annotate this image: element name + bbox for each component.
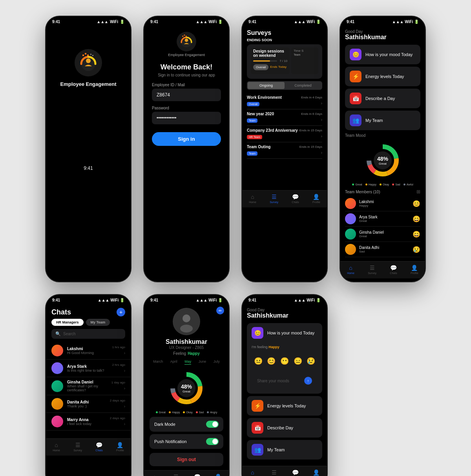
signout-button[interactable]: Sign out bbox=[150, 453, 223, 466]
month-tabs: March April May June July bbox=[150, 360, 223, 365]
pn-chats[interactable]: 💬 Chats bbox=[194, 474, 201, 476]
chat-row-2[interactable]: Arya Stark Is this right time to talk? 2… bbox=[46, 360, 131, 377]
employee-label: Employee ID / Mail bbox=[152, 83, 221, 87]
dash-nav-chats[interactable]: 💬 Chats bbox=[390, 265, 397, 274]
chat-search-box[interactable]: 🔍 Search bbox=[51, 329, 125, 339]
chats-nav-survey[interactable]: ☰ Survey bbox=[73, 442, 82, 452]
pn-survey-icon: ☰ bbox=[173, 474, 179, 476]
mood-emoji-sad[interactable]: 😢 bbox=[307, 357, 315, 365]
edit-profile-button[interactable]: ✏ bbox=[216, 307, 224, 314]
cn-chats-icon: 💬 bbox=[96, 442, 102, 448]
send-button[interactable]: ↑ bbox=[304, 377, 312, 385]
member-row-4[interactable]: Danita Adhi Sad 😢 bbox=[345, 242, 420, 257]
home-energy-card[interactable]: ⚡ Energy levels Today bbox=[247, 396, 322, 416]
mood-emoji-expressionless[interactable]: 😑 bbox=[294, 357, 302, 365]
pn-home[interactable]: ⌂ Home bbox=[151, 474, 158, 476]
mood-emoji-happy[interactable]: 😊 bbox=[267, 357, 276, 365]
ongoing-tab[interactable]: Ongoing bbox=[248, 82, 285, 89]
splash-screen: 9:41 ▲▲▲ WiFi 🔋 bbox=[45, 16, 131, 282]
nav-chats[interactable]: 💬 Chats bbox=[292, 194, 299, 203]
svg-point-21 bbox=[183, 314, 190, 322]
hr-managers-tab[interactable]: HR Managers bbox=[51, 319, 84, 326]
chat-row-1[interactable]: Lakshmi Hi Good Morning 1 hrs ago › bbox=[46, 342, 131, 360]
menu-energy[interactable]: ⚡ Energy levels Today bbox=[345, 67, 420, 86]
survey-row-3[interactable]: Company 23rd Anniversary HR Team Ends in… bbox=[247, 126, 322, 142]
team-mood-donut: 48% Great bbox=[345, 141, 420, 180]
home-describe-card[interactable]: 📅 Describe Day bbox=[247, 418, 322, 438]
search-placeholder: Search bbox=[63, 332, 76, 336]
chat-row-3[interactable]: Ginsha Daniel When shall I get my certif… bbox=[46, 377, 131, 395]
hm-nav-survey[interactable]: ☰ Survey bbox=[270, 469, 278, 476]
chats-nav-home[interactable]: ⌂ Home bbox=[53, 442, 60, 452]
chat-avatar-1 bbox=[51, 345, 63, 356]
my-team-tab[interactable]: My Team bbox=[86, 319, 110, 326]
mood-emoji-row: 😐 😊 😶 😑 😢 bbox=[252, 357, 318, 365]
donut-percent: 48% bbox=[377, 156, 388, 162]
survey-row-4[interactable]: Team Outing Team Ends in 15 Days › bbox=[247, 142, 322, 159]
donut-word: Great bbox=[377, 162, 388, 165]
im-feeling-text: I'm feeling Happy bbox=[252, 345, 318, 349]
chat-avatar-2 bbox=[51, 362, 63, 374]
mood-legend: Great Happy Okay Sad Awful bbox=[345, 183, 420, 186]
chats-title: Chats bbox=[51, 308, 71, 316]
svg-rect-4 bbox=[85, 53, 86, 55]
password-input[interactable] bbox=[152, 112, 221, 124]
employee-input[interactable] bbox=[152, 89, 221, 101]
mood-emoji-blank[interactable]: 😶 bbox=[280, 357, 289, 365]
ends-today: Ends Today bbox=[270, 65, 287, 70]
survey-row-1[interactable]: Work Environment Overall Ends in 4 Days … bbox=[247, 93, 322, 109]
share-input-box[interactable]: Share your moods ↑ bbox=[252, 374, 318, 387]
member-avatar-4 bbox=[345, 244, 356, 255]
member-row-3[interactable]: Ginsha Daniel Great 😄 bbox=[345, 227, 420, 242]
tab-overall[interactable]: Overall bbox=[253, 64, 268, 70]
svg-point-10 bbox=[185, 38, 188, 42]
nav-survey-active[interactable]: ☰ Survey bbox=[270, 194, 278, 203]
dash-nav-profile[interactable]: 👤 Profile bbox=[411, 265, 418, 274]
chats-nav-profile[interactable]: 👤 Profile bbox=[116, 442, 124, 452]
dashboard-bottom-nav: ⌂ Home ☰ Survey 💬 Chats 👤 Profile bbox=[340, 261, 425, 278]
mood-emoji-neutral[interactable]: 😐 bbox=[254, 357, 263, 365]
chat-row-5[interactable]: Marry Anna I feel sick today 2 days ago … bbox=[46, 413, 131, 431]
dark-mode-row: Dark Mode bbox=[150, 417, 223, 432]
featured-progress: 7 / 10 bbox=[279, 59, 287, 63]
add-chat-button[interactable]: + bbox=[117, 308, 125, 316]
login-subtitle: Sign in to continue using our app bbox=[152, 73, 221, 77]
cn-profile-icon: 👤 bbox=[117, 442, 123, 448]
svg-point-22 bbox=[180, 325, 193, 332]
grid-icon[interactable]: ⊞ bbox=[416, 189, 420, 194]
home-team-icon: 👥 bbox=[252, 444, 263, 456]
svg-point-2 bbox=[86, 58, 91, 63]
menu-describe[interactable]: 📅 Describe a Day bbox=[345, 89, 420, 108]
menu-mood[interactable]: 😊 How is your mood Today bbox=[345, 45, 420, 64]
home-team-card[interactable]: 👥 My Team bbox=[247, 440, 322, 460]
hm-nav-chats[interactable]: 💬 Chats bbox=[292, 469, 299, 476]
pn-survey[interactable]: ☰ Survey bbox=[172, 474, 180, 476]
member-row-1[interactable]: Lakshmi Happy 😊 bbox=[345, 196, 420, 211]
member-row-2[interactable]: Arya Stark Great 😄 bbox=[345, 211, 420, 227]
battery-icon: 🔋 bbox=[120, 20, 124, 24]
surveys-screen: 9:41 ▲▲▲ WiFi 🔋 Surveys ENDING SOON Desi… bbox=[241, 16, 328, 282]
chat-row-4[interactable]: Danita Adhi Thank you :) 2 days ago › bbox=[46, 395, 131, 413]
login-app-name: Employee Engagement bbox=[168, 53, 205, 57]
pn-profile[interactable]: 👤 Profile bbox=[214, 474, 222, 476]
chats-nav-chats[interactable]: 💬 Chats bbox=[95, 442, 102, 452]
nav-profile[interactable]: 👤 Profile bbox=[312, 194, 320, 203]
dash-nav-survey[interactable]: ☰ Survey bbox=[368, 265, 376, 274]
mood-card-expanded[interactable]: 😊 How is your mood Today I'm feeling Hap… bbox=[247, 323, 322, 394]
hm-nav-home[interactable]: ⌂ Home bbox=[249, 469, 256, 476]
cn-survey-icon: ☰ bbox=[75, 442, 80, 448]
dash-profile-icon: 👤 bbox=[411, 265, 418, 271]
hm-survey-icon: ☰ bbox=[272, 469, 277, 476]
search-icon: 🔍 bbox=[55, 331, 61, 336]
dark-mode-toggle[interactable] bbox=[206, 421, 219, 428]
hm-nav-profile[interactable]: 👤 Profile bbox=[312, 469, 320, 476]
survey-row-2[interactable]: New year 2020 Team Ends in 6 Days › bbox=[247, 109, 322, 126]
push-notif-toggle[interactable] bbox=[206, 438, 219, 445]
nav-home[interactable]: ⌂ Home bbox=[249, 194, 256, 203]
signin-button[interactable]: Sign in bbox=[152, 132, 221, 146]
login-logo bbox=[177, 32, 196, 51]
chat-avatar-5 bbox=[51, 416, 63, 427]
completed-tab[interactable]: Completed bbox=[285, 82, 321, 89]
dash-nav-home[interactable]: ⌂ Home bbox=[347, 265, 354, 274]
menu-team[interactable]: 👥 My Team bbox=[345, 111, 420, 130]
